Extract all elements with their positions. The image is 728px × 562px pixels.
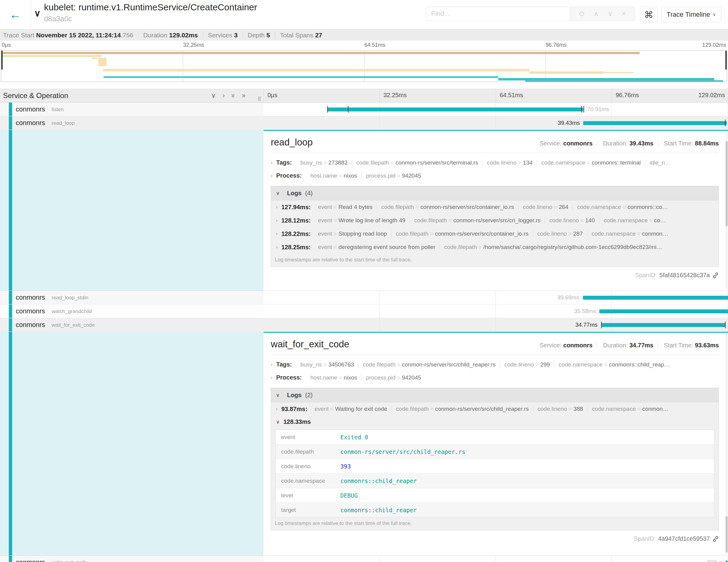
span-bar[interactable] bbox=[327, 107, 583, 111]
detail-left-highlight bbox=[0, 332, 264, 555]
span-duration-label: 35.58ms bbox=[558, 308, 596, 315]
logs-note: Log timestamps are relative to the start… bbox=[271, 254, 719, 267]
span-row-watch-grandchild[interactable]: conmonrs watch_grandchild 35.58ms bbox=[0, 305, 728, 318]
logs-header[interactable]: ∨ Logs (2) bbox=[271, 388, 719, 402]
span-tick bbox=[583, 106, 584, 113]
find-input[interactable] bbox=[426, 7, 570, 21]
range-scrubber-right[interactable] bbox=[725, 51, 727, 70]
operation-name: listen bbox=[52, 107, 64, 113]
minimap-span-bar bbox=[604, 72, 634, 73]
tag-item: code.filepath=conmon-rs/server/src/child… bbox=[359, 361, 500, 368]
timeline-grid-header: Service & Operation ∨ › » » 0μs 32.25ms … bbox=[0, 89, 728, 103]
span-bar[interactable] bbox=[583, 296, 728, 300]
locate-icon[interactable]: ⊙ bbox=[579, 10, 585, 18]
view-selector-button[interactable]: Trace Timeline ∨ bbox=[661, 7, 721, 22]
log-entry[interactable]: › 128.25ms: event=deregistering event so… bbox=[271, 240, 719, 254]
deep-link-icon[interactable] bbox=[712, 536, 719, 542]
minimap-span-bar bbox=[525, 80, 723, 82]
expand-one-icon[interactable]: › bbox=[223, 92, 225, 100]
span-duration-label: 39.69ms bbox=[541, 294, 579, 301]
span-duration-label: 70.91ms bbox=[587, 106, 609, 113]
detail-scrollbar[interactable] bbox=[726, 132, 728, 289]
span-detail-panel: wait_for_exit_code Service: conmonrs Dur… bbox=[264, 332, 728, 555]
service-color-stripe bbox=[9, 556, 12, 562]
span-bar[interactable] bbox=[583, 121, 727, 125]
logs-header[interactable]: ∨ Logs (4) bbox=[271, 186, 719, 200]
chevron-down-icon: ∨ bbox=[276, 190, 280, 196]
span-duration-label: 34.77ms bbox=[560, 322, 597, 328]
minimap-tick-labels: 0μs 32.25ms 64.51ms 96.76ms 129.02ms bbox=[0, 42, 728, 50]
span-tick bbox=[601, 322, 602, 328]
process-item: process.pid=942045 bbox=[362, 172, 425, 179]
tag-item: code.filepath=conmon-rs/server/src/termi… bbox=[352, 159, 483, 166]
collapse-all-icon[interactable]: » bbox=[230, 94, 237, 97]
log-field: event=Wrote log line of length 49 bbox=[314, 217, 410, 224]
chevron-right-icon: › bbox=[276, 244, 278, 250]
keyboard-shortcuts-button[interactable]: ⌘ bbox=[640, 7, 658, 22]
span-bar[interactable] bbox=[726, 560, 728, 562]
tags-row[interactable]: › Tags: busy_ns=273882 code.filepath=con… bbox=[271, 159, 719, 166]
log-field: event=Read 4 bytes bbox=[314, 204, 377, 210]
collapse-one-icon[interactable]: ∨ bbox=[211, 92, 216, 100]
tag-item: code.lineno=299 bbox=[500, 361, 554, 368]
operation-name: read_loop_stdin bbox=[52, 295, 88, 301]
detail-title: wait_for_exit_code bbox=[271, 339, 349, 350]
column-resize-grip[interactable] bbox=[258, 97, 260, 101]
clear-search-icon[interactable]: × bbox=[622, 10, 626, 18]
expand-all-icon[interactable]: » bbox=[242, 92, 246, 100]
trace-collapse-chevron-icon[interactable]: ∨ bbox=[34, 8, 41, 19]
log-entry[interactable]: › 127.94ms: event=Read 4 bytes code.file… bbox=[271, 200, 719, 214]
span-bar[interactable] bbox=[601, 323, 726, 327]
log-entry-expanded[interactable]: ∨ 128.33ms bbox=[271, 416, 719, 428]
service-name: conmonrs bbox=[16, 105, 45, 113]
service-color-stripe bbox=[9, 305, 12, 318]
back-arrow-icon: ← bbox=[9, 8, 21, 21]
timeline-tick-header: 0μs 32.25ms 64.51ms 96.76ms 129.02ms bbox=[264, 89, 728, 102]
chevron-right-icon: › bbox=[276, 204, 278, 210]
log-entry[interactable]: › 128.12ms: event=Wrote log line of leng… bbox=[271, 214, 719, 227]
chevron-right-icon: › bbox=[276, 406, 278, 412]
minimap-canvas[interactable] bbox=[1, 50, 727, 82]
span-detail-wait-for-exit-code: wait_for_exit_code Service: conmonrs Dur… bbox=[0, 332, 728, 556]
span-id-row: SpanID: 4a947cfd1ce59537 bbox=[271, 535, 719, 542]
span-bar[interactable] bbox=[599, 309, 728, 313]
tag-item: code.namespace=conmonrs::terminal bbox=[537, 159, 645, 166]
process-row[interactable]: › Process: host.name=nixos process.pid=9… bbox=[271, 172, 719, 179]
span-row-listen[interactable]: conmonrs listen 70.91ms bbox=[0, 103, 728, 116]
tag-item: busy_ns=34506763 bbox=[296, 361, 359, 368]
service-name: conmonrs bbox=[16, 294, 45, 301]
span-row-read-loop[interactable]: conmonrs read_loop 39.43ms bbox=[0, 116, 728, 130]
span-row-wait-for-exit-code[interactable]: conmonrs wait_for_exit_code 34.77ms bbox=[0, 318, 728, 332]
range-scrubber-left[interactable] bbox=[1, 51, 3, 70]
log-field: code.namespace=conmon… bbox=[587, 230, 672, 237]
tags-row[interactable]: › Tags: busy_ns=34506763 code.filepath=c… bbox=[271, 361, 719, 368]
span-tick bbox=[348, 106, 349, 113]
divider bbox=[271, 355, 719, 355]
next-result-icon[interactable]: ∨ bbox=[608, 10, 613, 18]
chevron-right-icon: › bbox=[271, 375, 273, 381]
table-row: level DEBUG bbox=[276, 488, 714, 502]
detail-scrollbar[interactable] bbox=[726, 334, 728, 554]
prev-result-icon[interactable]: ∧ bbox=[594, 10, 599, 18]
log-entry[interactable]: › 128.22ms: event=Stopping read loop cod… bbox=[271, 227, 719, 240]
logs-section: ∨ Logs (2) › 93.87ms: event=Waiting for … bbox=[271, 388, 719, 530]
process-row[interactable]: › Process: host.name=nixos process.pid=9… bbox=[271, 374, 719, 381]
span-row-write-exit-path[interactable]: conmonrs write_exit_path 303μs bbox=[0, 556, 728, 562]
logs-note: Log timestamps are relative to the start… bbox=[271, 517, 719, 530]
minimap-gridline bbox=[546, 51, 546, 82]
log-entry[interactable]: › 93.87ms: event=Waiting for exit code c… bbox=[271, 402, 719, 416]
log-field: code.lineno=388 bbox=[533, 406, 588, 412]
back-button[interactable]: ← bbox=[0, 0, 30, 29]
operation-name: write_exit_path bbox=[52, 560, 86, 562]
span-row-read-loop-stdin[interactable]: conmonrs read_loop_stdin 39.69ms bbox=[0, 291, 728, 305]
chevron-right-icon: › bbox=[276, 217, 278, 223]
service-color-stripe bbox=[9, 130, 12, 291]
page-title: kubelet: runtime.v1.RuntimeService/Creat… bbox=[44, 2, 257, 13]
chevron-right-icon: › bbox=[271, 362, 273, 368]
log-field: code.namespace=co… bbox=[600, 217, 670, 224]
minimap-span-bar bbox=[92, 58, 98, 59]
deep-link-icon[interactable] bbox=[712, 272, 719, 279]
trace-start: Trace Start November 15 2022, 11:24:14.7… bbox=[3, 32, 138, 39]
tag-item: code.namespace=conmonrs::child_reap… bbox=[554, 361, 674, 368]
logs-count: (4) bbox=[305, 190, 312, 197]
